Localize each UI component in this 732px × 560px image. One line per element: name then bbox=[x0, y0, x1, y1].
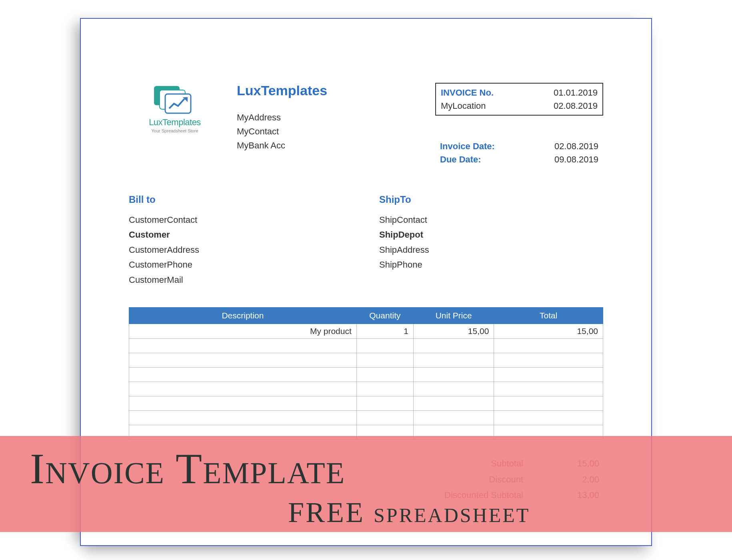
cell-unit_price bbox=[413, 353, 494, 367]
logo-icon bbox=[151, 83, 199, 115]
col-unit-price: Unit Price bbox=[413, 307, 494, 324]
header-row: LuxTemplates Your Spreadsheet Store LuxT… bbox=[129, 83, 603, 166]
cell-quantity bbox=[356, 353, 413, 367]
cell-quantity bbox=[356, 367, 413, 382]
bill-to-heading: Bill to bbox=[129, 194, 363, 205]
cell-total bbox=[494, 410, 603, 425]
cell-total bbox=[494, 396, 603, 410]
invoice-dates: Invoice Date: 02.08.2019 Due Date: 09.08… bbox=[435, 140, 603, 166]
cell-quantity bbox=[356, 410, 413, 425]
cell-quantity bbox=[356, 382, 413, 396]
cell-description bbox=[129, 353, 357, 367]
cell-unit_price: 15,00 bbox=[413, 324, 494, 338]
bill-to-mail: CustomerMail bbox=[129, 272, 363, 287]
items-table: Description Quantity Unit Price Total My… bbox=[129, 307, 603, 440]
cell-total bbox=[494, 353, 603, 367]
cell-description: My product bbox=[129, 324, 357, 338]
ship-to-block: ShipTo ShipContact ShipDepot ShipAddress… bbox=[379, 194, 603, 287]
cell-quantity bbox=[356, 338, 413, 353]
banner-title: Invoice Template bbox=[30, 444, 345, 494]
logo-brand-text: LuxTemplates bbox=[129, 117, 221, 128]
company-block: LuxTemplates MyAddress MyContact MyBank … bbox=[237, 83, 419, 166]
bill-to-address: CustomerAddress bbox=[129, 242, 363, 257]
due-date-label: Due Date: bbox=[440, 153, 481, 166]
company-name: LuxTemplates bbox=[237, 83, 419, 98]
cell-unit_price bbox=[413, 396, 494, 410]
ship-to-name: ShipDepot bbox=[379, 227, 603, 242]
table-row bbox=[129, 338, 603, 353]
cell-description bbox=[129, 410, 357, 425]
cell-unit_price bbox=[413, 367, 494, 382]
company-contact: MyContact bbox=[237, 124, 419, 138]
cell-total bbox=[494, 382, 603, 396]
location-value: 02.08.2019 bbox=[554, 99, 598, 112]
ship-to-phone: ShipPhone bbox=[379, 257, 603, 272]
cell-total: 15,00 bbox=[494, 324, 603, 338]
location-label: MyLocation bbox=[441, 99, 486, 112]
bill-to-contact: CustomerContact bbox=[129, 212, 363, 227]
table-row bbox=[129, 367, 603, 382]
ship-to-heading: ShipTo bbox=[379, 194, 603, 205]
table-row bbox=[129, 382, 603, 396]
cell-quantity: 1 bbox=[356, 324, 413, 338]
table-row bbox=[129, 353, 603, 367]
bill-to-name: Customer bbox=[129, 227, 363, 242]
bill-to-phone: CustomerPhone bbox=[129, 257, 363, 272]
ship-to-address: ShipAddress bbox=[379, 242, 603, 257]
table-header-row: Description Quantity Unit Price Total bbox=[129, 307, 603, 324]
table-row: My product115,0015,00 bbox=[129, 324, 603, 338]
col-description: Description bbox=[129, 307, 357, 324]
col-total: Total bbox=[494, 307, 603, 324]
cell-unit_price bbox=[413, 338, 494, 353]
svg-rect-2 bbox=[165, 94, 191, 113]
invoice-no-value: 01.01.2019 bbox=[554, 86, 598, 99]
cell-unit_price bbox=[413, 382, 494, 396]
invoice-date-label: Invoice Date: bbox=[440, 140, 495, 153]
party-row: Bill to CustomerContact Customer Custome… bbox=[129, 194, 603, 287]
invoice-date-value: 02.08.2019 bbox=[554, 140, 598, 153]
invoice-meta-box: INVOICE No. 01.01.2019 MyLocation 02.08.… bbox=[435, 83, 603, 116]
cell-description bbox=[129, 367, 357, 382]
cell-description bbox=[129, 396, 357, 410]
table-row bbox=[129, 410, 603, 425]
promo-banner: Invoice Template FREE spreadsheet bbox=[0, 436, 732, 532]
cell-unit_price bbox=[413, 410, 494, 425]
due-date-value: 09.08.2019 bbox=[554, 153, 598, 166]
cell-description bbox=[129, 338, 357, 353]
cell-total bbox=[494, 338, 603, 353]
logo-block: LuxTemplates Your Spreadsheet Store bbox=[129, 83, 221, 166]
invoice-no-label: INVOICE No. bbox=[441, 86, 494, 99]
logo-tagline: Your Spreadsheet Store bbox=[129, 128, 221, 133]
bill-to-block: Bill to CustomerContact Customer Custome… bbox=[129, 194, 363, 287]
banner-subtitle: FREE spreadsheet bbox=[288, 496, 530, 529]
cell-quantity bbox=[356, 396, 413, 410]
company-address: MyAddress bbox=[237, 110, 419, 124]
col-quantity: Quantity bbox=[356, 307, 413, 324]
cell-total bbox=[494, 367, 603, 382]
meta-block: INVOICE No. 01.01.2019 MyLocation 02.08.… bbox=[435, 83, 603, 166]
cell-description bbox=[129, 382, 357, 396]
ship-to-contact: ShipContact bbox=[379, 212, 603, 227]
company-bank: MyBank Acc bbox=[237, 138, 419, 152]
table-row bbox=[129, 396, 603, 410]
